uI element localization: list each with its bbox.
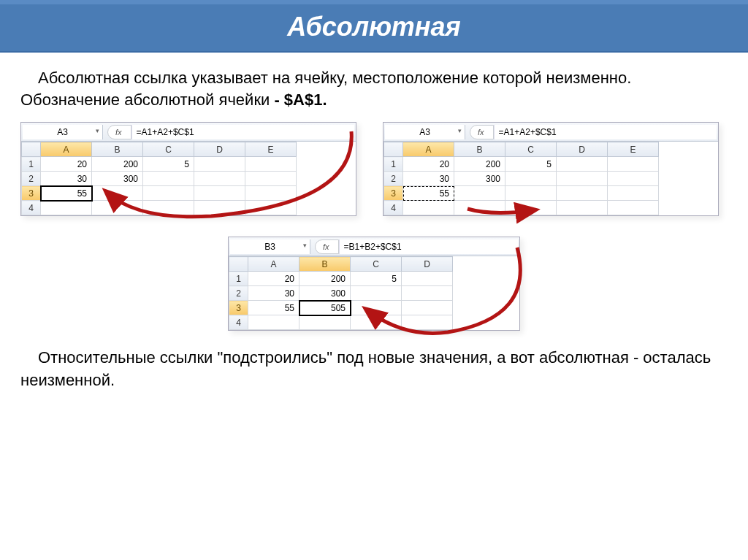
cell[interactable] <box>454 201 505 215</box>
cell[interactable] <box>557 201 608 215</box>
cell[interactable] <box>403 201 454 215</box>
excel-snippet-1: A3fx=A1+A2+$C$1ABCDE12020052303003554 <box>20 122 356 216</box>
row-header[interactable]: 4 <box>229 315 248 330</box>
row-header[interactable]: 4 <box>22 201 41 215</box>
cell[interactable]: 200 <box>454 157 505 172</box>
cell[interactable]: 55 <box>41 186 92 201</box>
row-header[interactable]: 1 <box>22 157 41 172</box>
cell[interactable] <box>245 157 297 172</box>
fx-button[interactable]: fx <box>107 125 131 139</box>
cell[interactable]: 20 <box>403 157 454 172</box>
spreadsheet-grid[interactable]: ABCDE12020052303003554 <box>21 142 297 215</box>
col-header[interactable]: B <box>299 257 351 272</box>
cell[interactable]: 200 <box>299 272 351 286</box>
cell[interactable]: 5 <box>351 272 402 286</box>
cell[interactable]: 30 <box>41 172 92 186</box>
cell[interactable] <box>351 315 402 330</box>
cell[interactable] <box>194 172 245 186</box>
cell[interactable]: 5 <box>505 157 557 172</box>
cell[interactable]: 505 <box>299 301 351 315</box>
cell[interactable]: 20 <box>41 157 92 172</box>
cell[interactable]: 300 <box>454 172 505 186</box>
cell[interactable]: 55 <box>403 186 454 201</box>
cell[interactable]: 200 <box>92 157 143 172</box>
cell[interactable] <box>41 201 92 215</box>
col-header[interactable]: A <box>403 142 454 157</box>
slide-body: Абсолютная ссылка указывает на ячейку, м… <box>0 53 748 407</box>
name-box[interactable]: B3 <box>230 239 310 254</box>
cell[interactable] <box>402 315 453 330</box>
col-header[interactable]: B <box>92 142 143 157</box>
excel-row-top: A3fx=A1+A2+$C$1ABCDE12020052303003554 A3… <box>20 122 728 216</box>
cell[interactable] <box>194 186 245 201</box>
cell[interactable] <box>92 201 143 215</box>
row-header[interactable]: 1 <box>229 272 248 286</box>
cell[interactable] <box>402 286 453 301</box>
cell[interactable]: 5 <box>143 157 194 172</box>
cell[interactable] <box>557 157 608 172</box>
cell[interactable] <box>299 315 351 330</box>
cell[interactable] <box>245 172 297 186</box>
formula-input[interactable]: =B1+B2+$C$1 <box>339 239 518 254</box>
cell[interactable] <box>245 186 297 201</box>
select-all-corner[interactable] <box>22 142 41 157</box>
col-header[interactable]: D <box>194 142 245 157</box>
spreadsheet-grid[interactable]: ABCDE12020052303003554 <box>383 142 659 215</box>
col-header[interactable]: C <box>505 142 557 157</box>
row-header[interactable]: 2 <box>384 172 403 186</box>
fx-button[interactable]: fx <box>315 239 339 254</box>
name-box[interactable]: A3 <box>23 125 103 139</box>
cell[interactable] <box>248 315 299 330</box>
cell[interactable] <box>351 301 402 315</box>
cell[interactable] <box>608 186 659 201</box>
col-header[interactable]: E <box>608 142 659 157</box>
cell[interactable]: 30 <box>403 172 454 186</box>
row-header[interactable]: 3 <box>229 301 248 315</box>
cell[interactable] <box>92 186 143 201</box>
fx-button[interactable]: fx <box>470 125 494 139</box>
cell[interactable] <box>194 157 245 172</box>
cell[interactable] <box>505 172 557 186</box>
cell[interactable] <box>557 186 608 201</box>
col-header[interactable]: E <box>245 142 297 157</box>
cell[interactable] <box>608 201 659 215</box>
col-header[interactable]: A <box>41 142 92 157</box>
cell[interactable] <box>505 186 557 201</box>
row-header[interactable]: 4 <box>384 201 403 215</box>
spreadsheet-grid[interactable]: ABCD12020052303003555054 <box>229 256 453 330</box>
formula-input[interactable]: =A1+A2+$C$1 <box>131 125 354 139</box>
cell[interactable] <box>608 157 659 172</box>
col-header[interactable]: C <box>351 257 402 272</box>
row-header[interactable]: 3 <box>384 186 403 201</box>
formula-input[interactable]: =A1+A2+$C$1 <box>494 125 717 139</box>
row-header[interactable]: 2 <box>229 286 248 301</box>
cell[interactable]: 30 <box>248 286 299 301</box>
cell[interactable] <box>143 186 194 201</box>
cell[interactable] <box>143 172 194 186</box>
cell[interactable] <box>505 201 557 215</box>
cell[interactable]: 300 <box>92 172 143 186</box>
cell[interactable] <box>402 301 453 315</box>
cell[interactable]: 300 <box>299 286 351 301</box>
cell[interactable] <box>143 201 194 215</box>
cell[interactable] <box>608 172 659 186</box>
col-header[interactable]: D <box>402 257 453 272</box>
cell[interactable] <box>402 272 453 286</box>
cell[interactable]: 20 <box>248 272 299 286</box>
select-all-corner[interactable] <box>384 142 403 157</box>
cell[interactable] <box>454 186 505 201</box>
col-header[interactable]: B <box>454 142 505 157</box>
cell[interactable] <box>557 172 608 186</box>
select-all-corner[interactable] <box>229 257 248 272</box>
col-header[interactable]: A <box>248 257 299 272</box>
name-box[interactable]: A3 <box>385 125 465 139</box>
cell[interactable] <box>245 201 297 215</box>
col-header[interactable]: C <box>143 142 194 157</box>
row-header[interactable]: 2 <box>22 172 41 186</box>
cell[interactable]: 55 <box>248 301 299 315</box>
col-header[interactable]: D <box>557 142 608 157</box>
cell[interactable] <box>351 286 402 301</box>
row-header[interactable]: 1 <box>384 157 403 172</box>
row-header[interactable]: 3 <box>22 186 41 201</box>
cell[interactable] <box>194 201 245 215</box>
